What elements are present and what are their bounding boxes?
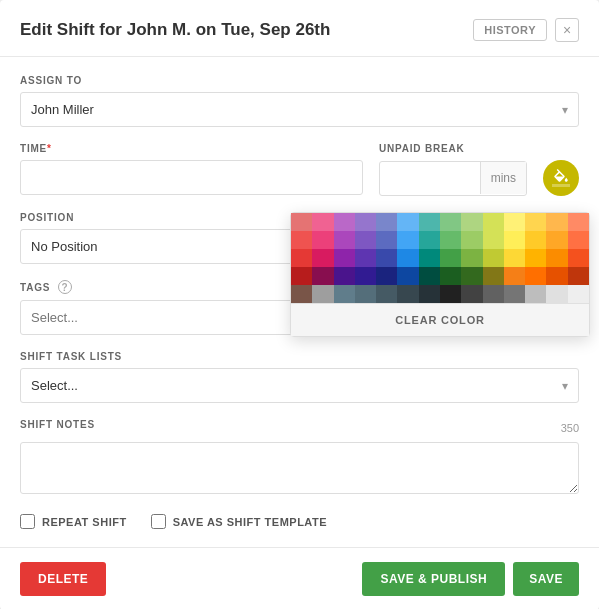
color-swatch[interactable] bbox=[355, 249, 376, 267]
color-swatch[interactable] bbox=[440, 285, 461, 303]
color-swatch[interactable] bbox=[397, 231, 418, 249]
assign-to-select[interactable]: John Miller bbox=[21, 93, 578, 126]
color-swatch[interactable] bbox=[568, 231, 589, 249]
color-swatch[interactable] bbox=[312, 249, 333, 267]
color-swatch[interactable] bbox=[461, 231, 482, 249]
delete-button[interactable]: DELETE bbox=[20, 562, 106, 596]
color-swatch[interactable] bbox=[461, 249, 482, 267]
repeat-shift-checkbox[interactable] bbox=[20, 514, 35, 529]
color-swatch[interactable] bbox=[568, 285, 589, 303]
color-swatch[interactable] bbox=[334, 249, 355, 267]
color-swatch[interactable] bbox=[568, 249, 589, 267]
color-swatch[interactable] bbox=[546, 285, 567, 303]
color-swatch[interactable] bbox=[525, 231, 546, 249]
position-section: POSITION No Position ▾ CLEAR COLOR bbox=[20, 212, 579, 264]
color-swatch[interactable] bbox=[461, 285, 482, 303]
color-swatch[interactable] bbox=[376, 267, 397, 285]
history-button[interactable]: HISTORY bbox=[473, 19, 547, 41]
color-swatch[interactable] bbox=[461, 267, 482, 285]
tags-help-icon[interactable]: ? bbox=[58, 280, 72, 294]
clear-color-button[interactable]: CLEAR COLOR bbox=[291, 303, 589, 336]
color-swatch[interactable] bbox=[291, 213, 312, 231]
color-swatch[interactable] bbox=[291, 285, 312, 303]
color-swatch[interactable] bbox=[334, 213, 355, 231]
repeat-shift-item: REPEAT SHIFT bbox=[20, 514, 127, 529]
color-swatch[interactable] bbox=[504, 267, 525, 285]
color-swatch[interactable] bbox=[504, 231, 525, 249]
color-swatch[interactable] bbox=[419, 231, 440, 249]
color-swatch[interactable] bbox=[461, 213, 482, 231]
color-swatch[interactable] bbox=[312, 231, 333, 249]
color-swatch[interactable] bbox=[546, 267, 567, 285]
color-swatch[interactable] bbox=[376, 249, 397, 267]
color-swatch[interactable] bbox=[312, 213, 333, 231]
color-swatch[interactable] bbox=[440, 249, 461, 267]
color-swatch[interactable] bbox=[291, 231, 312, 249]
assign-to-select-wrapper[interactable]: John Miller ▾ bbox=[20, 92, 579, 127]
color-swatch[interactable] bbox=[546, 249, 567, 267]
color-swatch[interactable] bbox=[483, 249, 504, 267]
color-swatch[interactable] bbox=[376, 213, 397, 231]
color-swatch[interactable] bbox=[355, 231, 376, 249]
color-swatch[interactable] bbox=[504, 285, 525, 303]
color-swatch[interactable] bbox=[355, 213, 376, 231]
color-swatch[interactable] bbox=[483, 213, 504, 231]
color-swatch[interactable] bbox=[397, 285, 418, 303]
color-swatch[interactable] bbox=[376, 285, 397, 303]
color-swatch[interactable] bbox=[568, 267, 589, 285]
color-swatch[interactable] bbox=[419, 267, 440, 285]
color-swatch[interactable] bbox=[525, 267, 546, 285]
color-swatch[interactable] bbox=[334, 231, 355, 249]
color-swatch[interactable] bbox=[291, 249, 312, 267]
color-swatch[interactable] bbox=[504, 249, 525, 267]
color-swatch[interactable] bbox=[419, 213, 440, 231]
color-swatch[interactable] bbox=[291, 267, 312, 285]
save-template-label: SAVE AS SHIFT TEMPLATE bbox=[173, 516, 327, 528]
color-swatch[interactable] bbox=[440, 231, 461, 249]
color-swatch[interactable] bbox=[397, 267, 418, 285]
color-swatch[interactable] bbox=[483, 285, 504, 303]
color-swatch[interactable] bbox=[419, 285, 440, 303]
color-picker-button[interactable] bbox=[543, 160, 579, 196]
char-count: 350 bbox=[561, 422, 579, 434]
color-swatch[interactable] bbox=[546, 213, 567, 231]
color-swatch[interactable] bbox=[355, 267, 376, 285]
save-publish-button[interactable]: SAVE & PUBLISH bbox=[362, 562, 505, 596]
save-button[interactable]: SAVE bbox=[513, 562, 579, 596]
edit-shift-modal: Edit Shift for John M. on Tue, Sep 26th … bbox=[0, 0, 599, 609]
shift-notes-section: SHIFT NOTES 350 bbox=[20, 419, 579, 498]
color-swatch[interactable] bbox=[440, 267, 461, 285]
color-swatch[interactable] bbox=[355, 285, 376, 303]
color-swatch[interactable] bbox=[312, 285, 333, 303]
color-swatch[interactable] bbox=[546, 231, 567, 249]
shift-task-lists-select-wrapper[interactable]: Select... ▾ bbox=[20, 368, 579, 403]
color-swatch[interactable] bbox=[568, 213, 589, 231]
footer-right: SAVE & PUBLISH SAVE bbox=[362, 562, 579, 596]
color-swatch[interactable] bbox=[483, 231, 504, 249]
color-swatch[interactable] bbox=[483, 267, 504, 285]
color-swatch[interactable] bbox=[334, 267, 355, 285]
color-swatch[interactable] bbox=[504, 213, 525, 231]
color-swatch[interactable] bbox=[525, 249, 546, 267]
checkboxes-row: REPEAT SHIFT SAVE AS SHIFT TEMPLATE bbox=[20, 514, 579, 529]
color-swatch[interactable] bbox=[525, 213, 546, 231]
color-swatch[interactable] bbox=[312, 267, 333, 285]
color-swatch[interactable] bbox=[440, 213, 461, 231]
save-template-checkbox[interactable] bbox=[151, 514, 166, 529]
color-swatch[interactable] bbox=[419, 249, 440, 267]
shift-notes-label: SHIFT NOTES bbox=[20, 419, 95, 430]
color-swatch[interactable] bbox=[397, 213, 418, 231]
mins-label: mins bbox=[480, 162, 526, 194]
color-swatch[interactable] bbox=[397, 249, 418, 267]
shift-task-lists-select[interactable]: Select... bbox=[21, 369, 578, 402]
close-button[interactable]: × bbox=[555, 18, 579, 42]
time-input[interactable]: 9:00am - 5:00pm bbox=[20, 160, 363, 195]
unpaid-break-input[interactable]: 15 bbox=[380, 162, 480, 195]
unpaid-break-wrapper: 15 mins bbox=[379, 161, 527, 196]
shift-notes-textarea[interactable] bbox=[20, 442, 579, 494]
color-swatch[interactable] bbox=[334, 285, 355, 303]
time-col: TIME* 9:00am - 5:00pm bbox=[20, 143, 363, 196]
color-swatch[interactable] bbox=[525, 285, 546, 303]
color-swatch[interactable] bbox=[376, 231, 397, 249]
color-grid bbox=[291, 213, 589, 303]
